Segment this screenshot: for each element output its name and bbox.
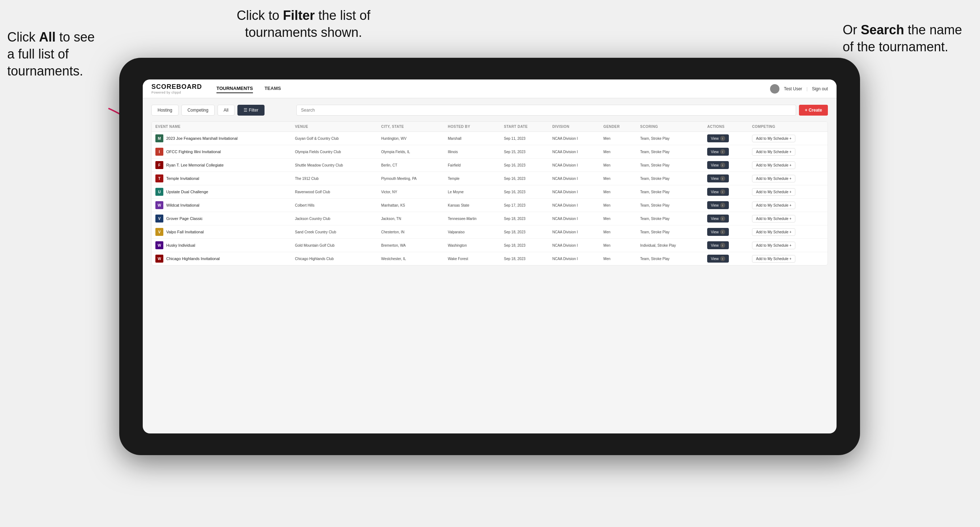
view-button[interactable]: View i <box>707 228 729 236</box>
nav-tab-teams[interactable]: TEAMS <box>264 84 281 93</box>
cell-actions: View i <box>703 252 748 265</box>
cell-competing: Add to My Schedule + <box>748 252 827 265</box>
cell-venue: Olympia Fields Country Club <box>291 145 378 159</box>
cell-city-state: Westchester, IL <box>378 252 444 265</box>
cell-start-date: Sep 18, 2023 <box>501 239 549 252</box>
col-event-name: EVENT NAME <box>152 122 291 132</box>
team-logo: T <box>155 175 163 183</box>
add-schedule-button[interactable]: Add to My Schedule + <box>752 188 795 196</box>
add-schedule-button[interactable]: Add to My Schedule + <box>752 215 795 222</box>
view-button[interactable]: View i <box>707 214 729 222</box>
view-button[interactable]: View i <box>707 255 729 263</box>
search-input[interactable] <box>296 105 796 116</box>
cell-actions: View i <box>703 198 748 212</box>
cell-division: NCAA Division I <box>549 212 600 225</box>
add-schedule-button[interactable]: Add to My Schedule + <box>752 148 795 156</box>
cell-start-date: Sep 18, 2023 <box>501 252 549 265</box>
cell-actions: View i <box>703 159 748 172</box>
add-schedule-button[interactable]: Add to My Schedule + <box>752 228 795 236</box>
signout-link[interactable]: Sign out <box>812 86 828 91</box>
cell-gender: Men <box>600 145 637 159</box>
add-schedule-button[interactable]: Add to My Schedule + <box>752 175 795 183</box>
cell-venue: Jackson Country Club <box>291 212 378 225</box>
view-button[interactable]: View i <box>707 188 729 196</box>
cell-division: NCAA Division I <box>549 145 600 159</box>
cell-scoring: Team, Stroke Play <box>637 185 704 198</box>
view-button[interactable]: View i <box>707 201 729 209</box>
team-logo: W <box>155 255 163 263</box>
cell-hosted-by: Kansas State <box>444 198 500 212</box>
cell-start-date: Sep 18, 2023 <box>501 212 549 225</box>
add-schedule-button[interactable]: Add to My Schedule + <box>752 242 795 249</box>
cell-division: NCAA Division I <box>549 172 600 185</box>
add-schedule-button[interactable]: Add to My Schedule + <box>752 255 795 263</box>
cell-actions: View i <box>703 239 748 252</box>
view-button[interactable]: View i <box>707 134 729 142</box>
cell-gender: Men <box>600 212 637 225</box>
cell-division: NCAA Division I <box>549 132 600 145</box>
view-button[interactable]: View i <box>707 148 729 156</box>
cell-city-state: Berlin, CT <box>378 159 444 172</box>
add-schedule-button[interactable]: Add to My Schedule + <box>752 202 795 209</box>
cell-hosted-by: Temple <box>444 172 500 185</box>
cell-competing: Add to My Schedule + <box>748 145 827 159</box>
table-row: M 2023 Joe Feaganes Marshall Invitationa… <box>152 132 827 145</box>
cell-event-name: M 2023 Joe Feaganes Marshall Invitationa… <box>152 132 291 145</box>
info-icon: i <box>720 162 725 168</box>
cell-division: NCAA Division I <box>549 239 600 252</box>
team-logo: I <box>155 148 163 156</box>
view-button[interactable]: View i <box>707 161 729 169</box>
table-row: T Temple Invitational The 1912 Club Plym… <box>152 172 827 185</box>
add-schedule-button[interactable]: Add to My Schedule + <box>752 135 795 142</box>
view-button[interactable]: View i <box>707 241 729 249</box>
cell-venue: Guyan Golf & Country Club <box>291 132 378 145</box>
team-logo: W <box>155 201 163 209</box>
cell-scoring: Team, Stroke Play <box>637 198 704 212</box>
cell-city-state: Jackson, TN <box>378 212 444 225</box>
nav-tabs: TOURNAMENTS TEAMS <box>216 84 770 93</box>
cell-venue: Shuttle Meadow Country Club <box>291 159 378 172</box>
cell-actions: View i <box>703 225 748 239</box>
event-name: Grover Page Classic <box>166 216 203 221</box>
cell-city-state: Plymouth Meeting, PA <box>378 172 444 185</box>
team-logo: W <box>155 241 163 249</box>
info-icon: i <box>720 176 725 181</box>
cell-gender: Men <box>600 198 637 212</box>
table-header-row: EVENT NAME VENUE CITY, STATE HOSTED BY S… <box>152 122 827 132</box>
tablet-frame: SCOREBOARD Powered by clippd TOURNAMENTS… <box>119 58 860 455</box>
add-schedule-button[interactable]: Add to My Schedule + <box>752 162 795 169</box>
view-button[interactable]: View i <box>707 175 729 183</box>
competing-button[interactable]: Competing <box>181 105 215 116</box>
cell-city-state: Huntington, WV <box>378 132 444 145</box>
cell-venue: Colbert Hills <box>291 198 378 212</box>
event-name: Wildcat Invitational <box>166 203 199 207</box>
all-button[interactable]: All <box>218 105 234 116</box>
info-icon: i <box>720 256 725 261</box>
user-area: Test User | Sign out <box>770 84 828 94</box>
nav-tab-tournaments[interactable]: TOURNAMENTS <box>216 84 253 93</box>
col-gender: GENDER <box>600 122 637 132</box>
event-name: 2023 Joe Feaganes Marshall Invitational <box>166 136 238 141</box>
hosting-button[interactable]: Hosting <box>151 105 178 116</box>
table-row: I OFCC Fighting Illini Invitational Olym… <box>152 145 827 159</box>
cell-actions: View i <box>703 145 748 159</box>
cell-venue: The 1912 Club <box>291 172 378 185</box>
annotation-topcenter: Click to Filter the list of tournaments … <box>202 7 405 41</box>
cell-actions: View i <box>703 185 748 198</box>
cell-competing: Add to My Schedule + <box>748 198 827 212</box>
cell-scoring: Team, Stroke Play <box>637 145 704 159</box>
team-logo: F <box>155 161 163 169</box>
table-row: F Ryan T. Lee Memorial Collegiate Shuttl… <box>152 159 827 172</box>
create-button[interactable]: + Create <box>799 105 828 116</box>
event-name: Temple Invitational <box>166 176 199 181</box>
logo-area: SCOREBOARD Powered by clippd <box>151 83 202 94</box>
cell-gender: Men <box>600 132 637 145</box>
info-icon: i <box>720 203 725 208</box>
col-hosted-by: HOSTED BY <box>444 122 500 132</box>
cell-city-state: Bremerton, WA <box>378 239 444 252</box>
tablet-screen: SCOREBOARD Powered by clippd TOURNAMENTS… <box>143 79 837 433</box>
filter-button[interactable]: ☰ Filter <box>237 105 264 116</box>
table-row: W Husky Individual Gold Mountain Golf Cl… <box>152 239 827 252</box>
cell-division: NCAA Division I <box>549 159 600 172</box>
info-icon: i <box>720 243 725 248</box>
